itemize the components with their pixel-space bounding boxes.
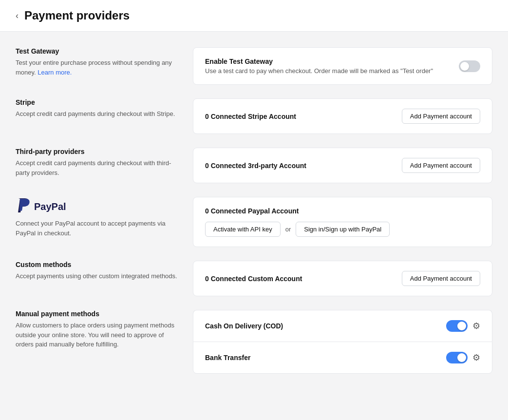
paypal-svg-icon [16,197,31,214]
page-header: ‹ Payment providers [0,0,508,32]
third-party-label: Third-party providers Accept credit card… [16,148,181,183]
custom-desc: Accept payments using other custom integ… [16,271,181,281]
test-gateway-label: Test Gateway Test your entire purchase p… [16,47,181,85]
custom-card-title: 0 Connected Custom Account [205,275,302,283]
stripe-label: Stripe Accept credit card payments durin… [16,98,181,134]
cod-toggle[interactable] [446,320,468,332]
test-gateway-desc: Test your entire purchase process withou… [16,58,181,77]
learn-more-link[interactable]: Learn more. [38,69,72,76]
paypal-card-title: 0 Connected Paypal Account [205,207,480,215]
bank-transfer-label: Bank Transfer [205,354,250,362]
paypal-actions: Activate with API key or Sign in/Sign up… [205,222,480,237]
stripe-title: Stripe [16,98,181,106]
custom-title: Custom methods [16,261,181,268]
manual-label: Manual payment methods Allow customers t… [16,310,181,374]
bank-transfer-gear-icon[interactable]: ⚙ [472,352,480,363]
third-party-title: Third-party providers [16,148,181,155]
third-party-add-account-button[interactable]: Add Payment account [402,158,480,173]
stripe-add-account-button[interactable]: Add Payment account [402,109,480,124]
section-stripe: Stripe Accept credit card payments durin… [16,98,492,134]
test-gateway-toggle-thumb [460,62,469,71]
paypal-signin-button[interactable]: Sign in/Sign up with PayPal [296,222,390,237]
test-gateway-card-title: Enable Test Gateway [205,57,433,65]
page-title: Payment providers [24,9,130,22]
section-test-gateway: Test Gateway Test your entire purchase p… [16,47,492,85]
bank-transfer-actions: ⚙ [446,352,480,363]
paypal-p-icon [16,197,31,217]
stripe-desc: Accept credit card payments during check… [16,109,181,119]
section-paypal: PayPal Connect your PayPal account to ac… [16,197,492,247]
stripe-card-title: 0 Connected Stripe Account [205,113,296,120]
cod-toggle-track[interactable] [446,320,468,332]
test-gateway-info: Enable Test Gateway Use a test card to p… [205,57,433,75]
test-gateway-card: Enable Test Gateway Use a test card to p… [193,47,492,85]
manual-desc: Allow customers to place orders using pa… [16,321,181,349]
test-gateway-card-desc: Use a test card to pay when checkout. Or… [205,67,433,75]
custom-card: 0 Connected Custom Account Add Payment a… [193,261,492,296]
section-third-party: Third-party providers Accept credit card… [16,148,492,183]
test-gateway-toggle[interactable] [459,60,480,72]
stripe-card: 0 Connected Stripe Account Add Payment a… [193,98,492,134]
third-party-desc: Accept credit card payments during check… [16,158,181,177]
paypal-brand-text: PayPal [34,201,66,212]
section-custom: Custom methods Accept payments using oth… [16,261,492,296]
paypal-activate-api-button[interactable]: Activate with API key [205,222,281,237]
main-content: Test Gateway Test your entire purchase p… [0,32,508,403]
cod-card: Cash On Delivery (COD) ⚙ [193,310,492,342]
cod-toggle-thumb [457,322,466,330]
section-manual: Manual payment methods Allow customers t… [16,310,492,374]
custom-add-account-button[interactable]: Add Payment account [402,271,480,286]
bank-transfer-toggle[interactable] [446,352,468,363]
cod-actions: ⚙ [446,320,480,332]
third-party-card: 0 Connected 3rd-party Account Add Paymen… [193,148,492,183]
paypal-or-text: or [285,226,291,233]
paypal-card: 0 Connected Paypal Account Activate with… [193,197,492,247]
bank-transfer-card: Bank Transfer ⚙ [193,342,492,374]
paypal-label: PayPal Connect your PayPal account to ac… [16,197,181,247]
custom-label: Custom methods Accept payments using oth… [16,261,181,296]
bank-transfer-toggle-track[interactable] [446,352,468,363]
cod-gear-icon[interactable]: ⚙ [472,321,480,331]
paypal-logo: PayPal [16,197,181,217]
manual-cards: Cash On Delivery (COD) ⚙ Bank Transfer [193,310,492,374]
manual-title: Manual payment methods [16,310,181,318]
back-button[interactable]: ‹ [16,11,19,20]
paypal-desc: Connect your PayPal account to accept pa… [16,219,181,238]
test-gateway-toggle-track[interactable] [459,60,480,72]
third-party-card-title: 0 Connected 3rd-party Account [205,162,306,170]
test-gateway-title: Test Gateway [16,47,181,55]
bank-transfer-toggle-thumb [457,353,466,362]
cod-label: Cash On Delivery (COD) [205,322,283,330]
